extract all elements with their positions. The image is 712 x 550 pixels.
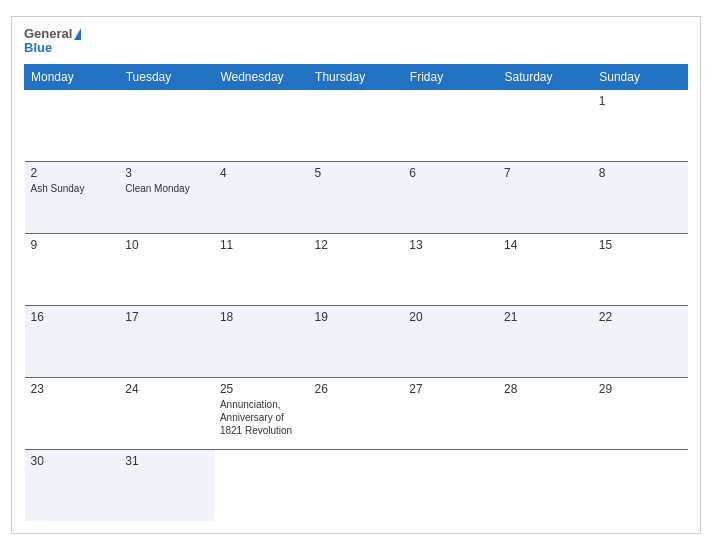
calendar-cell: 21 [498, 305, 593, 377]
day-number: 20 [409, 310, 492, 324]
day-number: 1 [599, 94, 682, 108]
calendar-cell: 2Ash Sunday [25, 161, 120, 233]
day-number: 9 [31, 238, 114, 252]
day-number: 4 [220, 166, 303, 180]
calendar-cell: 6 [403, 161, 498, 233]
day-number: 25 [220, 382, 303, 396]
calendar-cell: 28 [498, 377, 593, 449]
calendar-cell [309, 89, 404, 161]
calendar-week-row: 232425Annunciation, Anniversary of 1821 … [25, 377, 688, 449]
calendar-header: GeneralBlue [24, 27, 688, 56]
day-number: 3 [125, 166, 208, 180]
day-number: 29 [599, 382, 682, 396]
calendar-cell: 24 [119, 377, 214, 449]
calendar-cell: 12 [309, 233, 404, 305]
calendar-cell: 19 [309, 305, 404, 377]
day-number: 31 [125, 454, 208, 468]
day-number: 7 [504, 166, 587, 180]
calendar-week-row: 1 [25, 89, 688, 161]
calendar-cell [119, 89, 214, 161]
calendar-cell: 8 [593, 161, 688, 233]
calendar-cell [214, 449, 309, 521]
calendar-cell: 20 [403, 305, 498, 377]
calendar-cell: 29 [593, 377, 688, 449]
calendar-cell: 16 [25, 305, 120, 377]
logo-triangle-icon [74, 28, 81, 40]
day-number: 13 [409, 238, 492, 252]
calendar-cell [25, 89, 120, 161]
calendar-cell [498, 89, 593, 161]
calendar-grid: MondayTuesdayWednesdayThursdayFridaySatu… [24, 64, 688, 522]
calendar-cell: 31 [119, 449, 214, 521]
col-header-wednesday: Wednesday [214, 64, 309, 89]
logo-blue-text: Blue [24, 41, 52, 55]
day-number: 28 [504, 382, 587, 396]
col-header-monday: Monday [25, 64, 120, 89]
calendar-cell: 5 [309, 161, 404, 233]
day-number: 18 [220, 310, 303, 324]
calendar-week-row: 2Ash Sunday3Clean Monday45678 [25, 161, 688, 233]
day-number: 11 [220, 238, 303, 252]
col-header-friday: Friday [403, 64, 498, 89]
calendar-cell: 4 [214, 161, 309, 233]
logo: GeneralBlue [24, 27, 81, 56]
calendar-cell [593, 449, 688, 521]
calendar-header-row: MondayTuesdayWednesdayThursdayFridaySatu… [25, 64, 688, 89]
col-header-sunday: Sunday [593, 64, 688, 89]
calendar-cell: 23 [25, 377, 120, 449]
day-number: 10 [125, 238, 208, 252]
calendar-cell: 26 [309, 377, 404, 449]
calendar-cell: 11 [214, 233, 309, 305]
logo-general-text: General [24, 27, 72, 41]
calendar-cell: 18 [214, 305, 309, 377]
day-number: 12 [315, 238, 398, 252]
day-number: 16 [31, 310, 114, 324]
day-number: 14 [504, 238, 587, 252]
calendar-tbody: 12Ash Sunday3Clean Monday456789101112131… [25, 89, 688, 521]
day-number: 21 [504, 310, 587, 324]
day-event: Ash Sunday [31, 182, 114, 195]
calendar-cell: 10 [119, 233, 214, 305]
calendar-cell: 9 [25, 233, 120, 305]
calendar-cell [403, 89, 498, 161]
day-number: 19 [315, 310, 398, 324]
calendar-cell [403, 449, 498, 521]
day-number: 30 [31, 454, 114, 468]
day-number: 27 [409, 382, 492, 396]
day-event: Clean Monday [125, 182, 208, 195]
calendar-cell: 7 [498, 161, 593, 233]
calendar-cell [498, 449, 593, 521]
calendar-container: GeneralBlue MondayTuesdayWednesdayThursd… [11, 16, 701, 534]
calendar-cell [309, 449, 404, 521]
day-number: 24 [125, 382, 208, 396]
calendar-thead: MondayTuesdayWednesdayThursdayFridaySatu… [25, 64, 688, 89]
day-number: 26 [315, 382, 398, 396]
calendar-week-row: 9101112131415 [25, 233, 688, 305]
calendar-cell: 17 [119, 305, 214, 377]
day-number: 23 [31, 382, 114, 396]
calendar-week-row: 16171819202122 [25, 305, 688, 377]
day-number: 5 [315, 166, 398, 180]
calendar-cell: 22 [593, 305, 688, 377]
col-header-saturday: Saturday [498, 64, 593, 89]
calendar-cell: 25Annunciation, Anniversary of 1821 Revo… [214, 377, 309, 449]
calendar-week-row: 3031 [25, 449, 688, 521]
day-number: 22 [599, 310, 682, 324]
calendar-cell [214, 89, 309, 161]
calendar-cell: 27 [403, 377, 498, 449]
col-header-tuesday: Tuesday [119, 64, 214, 89]
calendar-cell: 15 [593, 233, 688, 305]
day-number: 2 [31, 166, 114, 180]
col-header-thursday: Thursday [309, 64, 404, 89]
day-number: 8 [599, 166, 682, 180]
calendar-cell: 13 [403, 233, 498, 305]
day-event: Annunciation, Anniversary of 1821 Revolu… [220, 398, 303, 437]
day-number: 17 [125, 310, 208, 324]
day-number: 6 [409, 166, 492, 180]
calendar-cell: 14 [498, 233, 593, 305]
calendar-cell: 30 [25, 449, 120, 521]
day-number: 15 [599, 238, 682, 252]
calendar-cell: 3Clean Monday [119, 161, 214, 233]
calendar-cell: 1 [593, 89, 688, 161]
